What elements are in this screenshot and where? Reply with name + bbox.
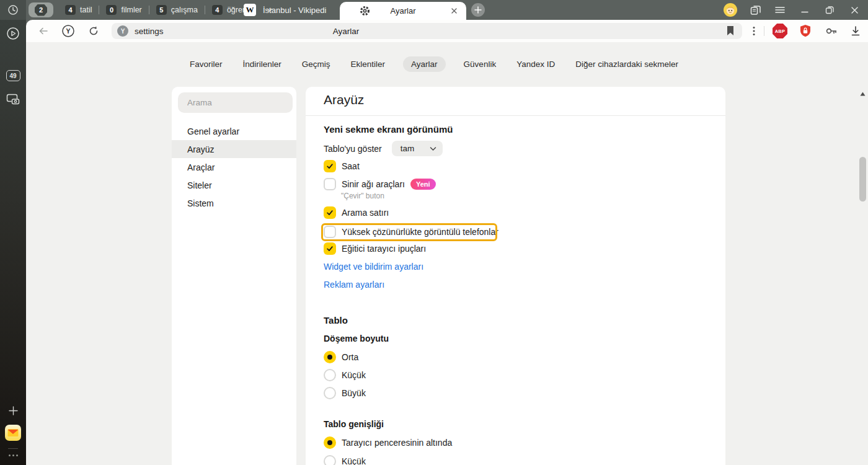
radio-row-buyuk[interactable]: Büyük bbox=[324, 386, 366, 401]
maximize-button[interactable] bbox=[822, 2, 837, 17]
sidebar-item-sistem[interactable]: Sistem bbox=[172, 194, 296, 212]
sidebar-item-genel-ayarlar[interactable]: Genel ayarlar bbox=[172, 122, 296, 140]
window-controls bbox=[723, 0, 862, 20]
counter-badge: 49 bbox=[6, 70, 20, 81]
nav-eklentiler[interactable]: Eklentiler bbox=[348, 56, 388, 72]
avatar-icon bbox=[724, 3, 737, 17]
radio-row-kucuk[interactable]: Küçük bbox=[324, 368, 366, 383]
nav-yandex-id[interactable]: Yandex ID bbox=[514, 56, 557, 72]
browser-menu-button[interactable] bbox=[773, 2, 787, 17]
bookmark-button[interactable] bbox=[726, 25, 735, 38]
address-bar[interactable]: Y settings Ayarlar bbox=[112, 23, 742, 39]
nav-guvenlik[interactable]: Güvenlik bbox=[461, 56, 499, 72]
browser-window: 2 4 tatil 0 filmler 5 çalışma 4 öğrenim bbox=[0, 0, 868, 465]
tableau-show-select[interactable]: tam bbox=[392, 141, 443, 156]
ellipsis-icon bbox=[9, 454, 18, 456]
checkbox-row-arama-satiri[interactable]: Arama satırı bbox=[324, 205, 389, 220]
radio-unselected[interactable] bbox=[324, 455, 336, 465]
tab-group-active[interactable]: 2 bbox=[29, 2, 53, 17]
nav-ayarlar[interactable]: Ayarlar bbox=[403, 56, 446, 72]
checkbox-label: Arama satırı bbox=[342, 208, 389, 218]
checkbox-unchecked[interactable] bbox=[324, 226, 336, 238]
back-button[interactable] bbox=[36, 24, 51, 38]
radio-unselected[interactable] bbox=[324, 387, 336, 399]
checkbox-subnote: "Çevir" buton bbox=[341, 192, 384, 200]
close-window-button[interactable] bbox=[847, 2, 862, 17]
reload-button[interactable] bbox=[86, 24, 101, 38]
video-player-button[interactable] bbox=[0, 26, 26, 41]
triangle-up-icon bbox=[860, 92, 866, 96]
nav-gecmis[interactable]: Geçmiş bbox=[299, 56, 333, 72]
page-scrollbar[interactable] bbox=[858, 84, 868, 465]
screenshot-button[interactable] bbox=[0, 92, 26, 105]
tab-group-tatil[interactable]: 4 tatil bbox=[58, 5, 99, 15]
adblock-extension-button[interactable]: ABP bbox=[773, 24, 787, 38]
search-input[interactable] bbox=[178, 92, 293, 113]
add-panel-button[interactable] bbox=[0, 405, 26, 415]
shield-lock-icon bbox=[799, 24, 812, 38]
tab-group-count: 4 bbox=[212, 5, 223, 15]
checkbox-row-yuksek-cozunurluk[interactable]: Yüksek çözünürlükte görüntülü telefonlar bbox=[324, 224, 498, 239]
notes-counter-button[interactable]: 49 bbox=[0, 70, 26, 81]
address-more-button[interactable] bbox=[746, 24, 761, 38]
tab-group-calisma[interactable]: 5 çalışma bbox=[149, 5, 205, 15]
settings-search[interactable] bbox=[178, 92, 293, 113]
nav-indirilenler[interactable]: İndirilenler bbox=[241, 56, 284, 72]
tab-close-button[interactable] bbox=[448, 4, 460, 17]
radio-row-tarayici-penceresi[interactable]: Tarayıcı penceresinin altında bbox=[324, 435, 452, 450]
tab-ayarlar-active[interactable]: Ayarlar bbox=[340, 2, 466, 20]
settings-sidebar-items: Genel ayarlar Arayüz Araçlar Siteler Sis… bbox=[172, 122, 296, 212]
tab-group-filmler[interactable]: 0 filmler bbox=[99, 5, 148, 15]
minimize-icon bbox=[801, 6, 808, 14]
check-icon bbox=[326, 244, 334, 253]
checkbox-checked[interactable] bbox=[324, 160, 336, 172]
hamburger-icon bbox=[775, 6, 785, 14]
scrollbar-thumb[interactable] bbox=[859, 157, 866, 202]
tab-istanbul-vikipedi[interactable]: W İstanbul - Vikipedi bbox=[244, 0, 326, 20]
nav-diger-cihazlar[interactable]: Diğer cihazlardaki sekmeler bbox=[573, 56, 681, 72]
minimize-button[interactable] bbox=[797, 2, 812, 17]
checkbox-row-egitici-ipuclari[interactable]: Eğitici tarayıcı ipuçları bbox=[324, 241, 426, 256]
sidebar-item-arayuz[interactable]: Arayüz bbox=[172, 140, 296, 158]
sidebar-item-araclar[interactable]: Araçlar bbox=[172, 158, 296, 176]
checkbox-label: Sinir ağı araçları bbox=[342, 179, 405, 189]
new-tab-button[interactable] bbox=[471, 3, 485, 17]
bookmark-icon bbox=[726, 25, 735, 36]
nav-favoriler[interactable]: Favoriler bbox=[187, 56, 225, 72]
mail-app-button[interactable] bbox=[0, 425, 26, 441]
tab-group-active-count: 2 bbox=[35, 4, 47, 16]
link-reklam-ayarlari[interactable]: Reklam ayarları bbox=[324, 280, 384, 290]
downloads-button[interactable] bbox=[848, 24, 863, 38]
profile-avatar[interactable] bbox=[723, 2, 738, 17]
svg-text:Y: Y bbox=[66, 27, 70, 35]
radio-row-orta[interactable]: Orta bbox=[324, 350, 358, 365]
side-panels-button[interactable] bbox=[748, 2, 763, 17]
sidebar-item-siteler[interactable]: Siteler bbox=[172, 176, 296, 194]
yandex-home-button[interactable]: Y bbox=[61, 24, 76, 38]
radio-label: Küçük bbox=[342, 370, 366, 380]
checkbox-checked[interactable] bbox=[324, 206, 336, 219]
checkbox-checked[interactable] bbox=[324, 242, 336, 255]
radio-selected[interactable] bbox=[324, 436, 336, 449]
vertical-dots-icon bbox=[753, 26, 755, 36]
tab-title: İstanbul - Vikipedi bbox=[263, 6, 326, 15]
settings-page: Favoriler İndirilenler Geçmiş Eklentiler… bbox=[26, 42, 868, 465]
side-rail-more-button[interactable] bbox=[0, 453, 26, 458]
tab-groups: 2 4 tatil 0 filmler 5 çalışma 4 öğrenim bbox=[29, 0, 274, 20]
link-widget-bildirim[interactable]: Widget ve bildirim ayarları bbox=[324, 262, 423, 272]
tableau-width-label: Tablo genişliği bbox=[324, 419, 384, 429]
radio-row-kucuk-genislik[interactable]: Küçük bbox=[324, 454, 366, 465]
radio-unselected[interactable] bbox=[324, 369, 336, 381]
scroll-up-arrow[interactable] bbox=[860, 87, 866, 99]
new-badge: Yeni bbox=[410, 179, 436, 190]
wikipedia-icon: W bbox=[244, 4, 256, 16]
checkbox-row-sinir-agi[interactable]: Sinir ağı araçları Yeni bbox=[324, 177, 436, 192]
protect-button[interactable] bbox=[798, 24, 813, 38]
url-text: settings bbox=[135, 23, 164, 39]
checkbox-unchecked[interactable] bbox=[324, 178, 336, 190]
checkbox-row-saat[interactable]: Saat bbox=[324, 159, 360, 174]
radio-selected[interactable] bbox=[324, 351, 336, 363]
tab-history-button[interactable] bbox=[0, 0, 26, 20]
radio-label: Orta bbox=[342, 352, 358, 362]
password-manager-button[interactable] bbox=[824, 24, 839, 38]
